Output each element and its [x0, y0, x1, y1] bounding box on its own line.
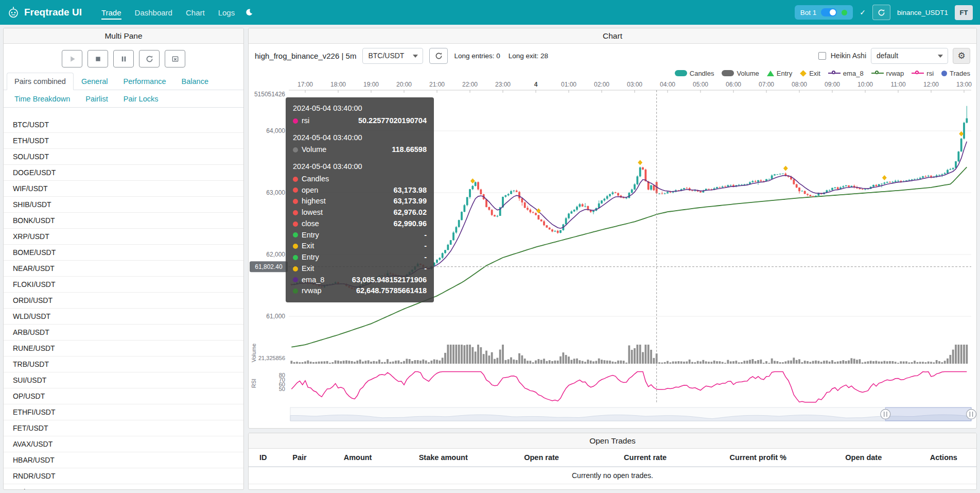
- time-axis-label: 08:00: [792, 81, 807, 88]
- legend-rvwap[interactable]: rvwap: [871, 70, 904, 77]
- stop-bot-button[interactable]: [87, 50, 108, 67]
- time-axis-label: 22:00: [462, 81, 478, 88]
- reload-bot-button[interactable]: [872, 5, 890, 20]
- pair-list-item-fet-usdt[interactable]: FET/USDT: [4, 420, 243, 436]
- col-header-current-profit: Current profit %: [700, 449, 816, 467]
- legend-label: ema_8: [843, 70, 864, 77]
- exchange-account-label: binance_USDT1: [897, 9, 948, 16]
- datazoom-selected-range[interactable]: [885, 407, 971, 421]
- tab-performance[interactable]: Performance: [116, 73, 174, 90]
- open-trades-panel: Open Trades IDPairAmountStake amountOpen…: [248, 433, 977, 490]
- chart-panel-title: Chart: [249, 28, 976, 44]
- nav-link-dashboard[interactable]: Dashboard: [130, 4, 178, 21]
- pair-list-item-shib-usdt[interactable]: SHIB/USDT: [4, 197, 243, 213]
- stop-icon: [94, 55, 102, 63]
- freqtrade-robot-logo-icon: [7, 6, 20, 19]
- pair-list-item-sui-usdt[interactable]: SUI/USDT: [4, 372, 243, 388]
- user-avatar[interactable]: FT: [955, 5, 973, 20]
- pair-list-item-hbar-usdt[interactable]: HBAR/USDT: [4, 452, 243, 468]
- pair-list-item-arb-usdt[interactable]: ARB/USDT: [4, 325, 243, 341]
- refresh-chart-button[interactable]: [429, 48, 448, 64]
- pause-bot-button[interactable]: [113, 50, 134, 67]
- legend-label: Exit: [809, 70, 820, 77]
- long-entries-label: Long entries: 0: [454, 52, 500, 60]
- col-header-current-rate: Current rate: [591, 449, 700, 467]
- rvwap-legend-icon: [871, 70, 884, 76]
- pair-select[interactable]: BTC/USDT: [362, 48, 423, 64]
- nav-link-logs[interactable]: Logs: [213, 4, 240, 21]
- pair-list-item-bome-usdt[interactable]: BOME/USDT: [4, 245, 243, 261]
- tab-pairlist[interactable]: Pairlist: [78, 90, 116, 108]
- bot-name-label: Bot 1: [800, 9, 817, 16]
- pair-list-item-btc-usdt[interactable]: BTC/USDT: [4, 117, 243, 133]
- legend-ema-8[interactable]: ema_8: [828, 70, 864, 77]
- legend-candles[interactable]: Candles: [675, 70, 714, 77]
- price-axis-top-label: 515051426: [254, 91, 285, 98]
- time-axis-label: 17:00: [297, 81, 313, 88]
- force-exit-button[interactable]: [165, 50, 185, 67]
- chart-canvas[interactable]: 17:0018:0019:0020:0021:0022:0023:00401:0…: [249, 79, 976, 428]
- pair-list-item-avax-usdt[interactable]: AVAX/USDT: [4, 436, 243, 452]
- pause-icon: [120, 55, 128, 63]
- legend-exit[interactable]: Exit: [800, 70, 820, 77]
- bot-online-status-dot: [842, 10, 847, 15]
- main-layout: Multi Pane: [0, 25, 980, 493]
- price-axis-label: 61,000: [266, 313, 285, 320]
- tab-pairs-combined[interactable]: Pairs combined: [7, 73, 74, 90]
- strategy-timeframe-label: high_frog_binance_v226 | 5m: [255, 52, 356, 60]
- datazoom-left-handle[interactable]: [881, 410, 890, 419]
- pair-select-value: BTC/USDT: [368, 52, 404, 60]
- tab-balance[interactable]: Balance: [174, 73, 216, 90]
- time-axis-label: 20:00: [396, 81, 412, 88]
- pair-list-item-trb-usdt[interactable]: TRB/USDT: [4, 356, 243, 372]
- reload-config-button[interactable]: [139, 50, 160, 67]
- theme-toggle-button[interactable]: [245, 8, 253, 16]
- col-header-pair: Pair: [278, 449, 322, 467]
- time-axis-label: 06:00: [726, 81, 741, 88]
- legend-trades[interactable]: Trades: [941, 70, 970, 77]
- pair-list-item-doge-usdt[interactable]: DOGE/USDT: [4, 165, 243, 181]
- pair-list-item-eth-usdt[interactable]: ETH/USDT: [4, 133, 243, 149]
- pair-list-item-ar-usdt[interactable]: AR/USDT: [4, 484, 243, 489]
- pair-list-item-rune-usdt[interactable]: RUNE/USDT: [4, 341, 243, 356]
- time-axis-label: 09:00: [825, 81, 840, 88]
- plot-config-select[interactable]: default: [871, 48, 948, 64]
- pair-list-item-wld-usdt[interactable]: WLD/USDT: [4, 309, 243, 325]
- nav-link-chart[interactable]: Chart: [181, 4, 210, 21]
- nav-link-trade[interactable]: Trade: [96, 4, 127, 21]
- pair-list-item-rndr-usdt[interactable]: RNDR/USDT: [4, 468, 243, 484]
- pair-list-item-wif-usdt[interactable]: WIF/USDT: [4, 181, 243, 197]
- pair-list-item-sol-usdt[interactable]: SOL/USDT: [4, 149, 243, 165]
- pair-list-item-xrp-usdt[interactable]: XRP/USDT: [4, 229, 243, 245]
- col-header-stake-amount: Stake amount: [394, 449, 493, 467]
- entry-legend-icon: [767, 71, 774, 76]
- bot-run-toggle[interactable]: [821, 8, 837, 16]
- legend-entry[interactable]: Entry: [767, 70, 792, 77]
- refresh-icon: [878, 9, 885, 16]
- legend-volume[interactable]: Volume: [722, 70, 759, 77]
- multi-pane-title: Multi Pane: [4, 28, 243, 44]
- pair-list-item-bonk-usdt[interactable]: BONK/USDT: [4, 213, 243, 229]
- app-brand: Freqtrade UI: [7, 6, 82, 19]
- multi-pane-panel: Multi Pane: [3, 28, 244, 490]
- tab-general[interactable]: General: [74, 73, 116, 90]
- pair-list-item-op-usdt[interactable]: OP/USDT: [4, 388, 243, 404]
- tab-time-breakdown[interactable]: Time Breakdown: [7, 90, 78, 108]
- plot-settings-button[interactable]: ⚙: [953, 48, 970, 64]
- datazoom-right-handle[interactable]: [967, 410, 976, 419]
- ema-8-line: [291, 142, 967, 287]
- time-axis-label: 10:00: [857, 81, 873, 88]
- chart-toolbar-right: Heikin Ashi default ⚙: [818, 48, 970, 64]
- pair-list-item-floki-usdt[interactable]: FLOKI/USDT: [4, 277, 243, 293]
- time-axis-label: 07:00: [759, 81, 774, 88]
- legend-rsi[interactable]: rsi: [912, 70, 934, 77]
- pair-list-item-ordi-usdt[interactable]: ORDI/USDT: [4, 293, 243, 309]
- exit-legend-icon: [800, 70, 807, 77]
- bot-selector[interactable]: Bot 1: [795, 5, 853, 20]
- heikin-ashi-checkbox[interactable]: [818, 52, 826, 60]
- tab-pair-locks[interactable]: Pair Locks: [116, 90, 166, 108]
- pair-list-item-ethfi-usdt[interactable]: ETHFI/USDT: [4, 404, 243, 420]
- pair-list-item-near-usdt[interactable]: NEAR/USDT: [4, 261, 243, 277]
- legend-label: Trades: [950, 70, 970, 77]
- start-bot-button[interactable]: [62, 50, 82, 67]
